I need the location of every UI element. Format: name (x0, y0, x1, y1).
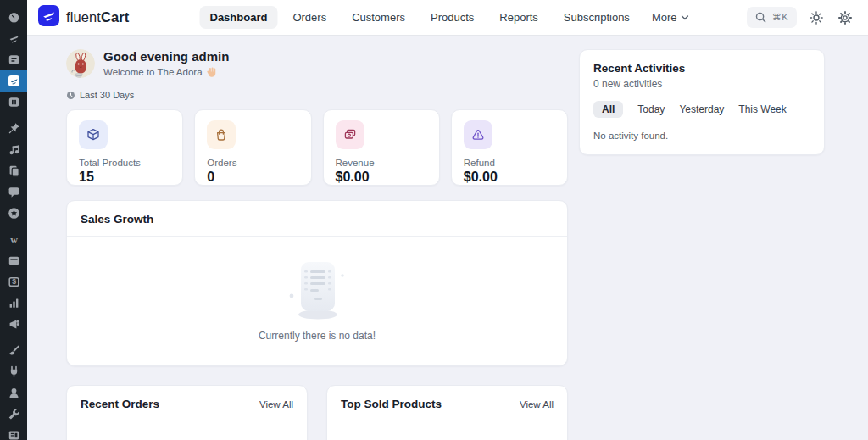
greeting-title: Good evening admin (103, 49, 229, 64)
fluent-crm-icon[interactable] (0, 28, 27, 49)
more-label: More (652, 11, 677, 24)
recent-orders-view-all[interactable]: View All (259, 399, 293, 409)
stat-value: 15 (79, 170, 170, 185)
fluent-forms-icon[interactable] (0, 49, 27, 70)
activities-tab[interactable]: All (593, 101, 623, 118)
dashboard-icon[interactable] (0, 7, 27, 28)
stat-card-revenue: Revenue $0.00 (323, 109, 440, 186)
activities-tab[interactable]: Today (637, 101, 665, 118)
no-data-illustration (280, 259, 354, 323)
theme-toggle-button[interactable] (807, 8, 826, 27)
comments-icon[interactable] (0, 181, 27, 203)
plugin-icon[interactable] (0, 361, 27, 382)
more-menu-button[interactable]: More (645, 6, 696, 29)
mascot-illustration (66, 49, 95, 78)
topnav-item[interactable]: Dashboard (199, 6, 277, 29)
tools-icon[interactable] (0, 404, 27, 425)
media-icon[interactable] (0, 139, 27, 160)
card-icon[interactable] (0, 250, 27, 271)
topnav-item[interactable]: Reports (489, 6, 548, 29)
search-shortcut: ⌘K (772, 12, 788, 23)
dashboard-content: Good evening admin Welcome to The Adora … (27, 36, 868, 440)
top-sold-products-view-all[interactable]: View All (520, 399, 554, 409)
top-sold-products-title: Top Sold Products (341, 398, 442, 410)
users-icon[interactable] (0, 382, 27, 404)
brand-logo[interactable]: fluentCart (38, 5, 129, 30)
stat-label: Revenue (336, 158, 427, 168)
topbar-actions: ⌘K (747, 7, 854, 28)
topnav-item[interactable]: Customers (342, 6, 415, 29)
panel-icon[interactable] (0, 425, 27, 440)
main-column: Good evening admin Welcome to The Adora … (66, 49, 568, 440)
activities-tab[interactable]: This Week (738, 101, 786, 118)
period-filter[interactable]: Last 30 Days (66, 90, 134, 100)
activities-tab-label: Yesterday (679, 103, 724, 115)
megaphone-icon[interactable] (0, 314, 27, 335)
stat-card-total-products: Total Products 15 (66, 109, 183, 186)
stat-label: Total Products (79, 158, 170, 168)
payments-icon[interactable]: $ (0, 271, 27, 292)
topnav-item-label: Customers (352, 11, 405, 24)
topnav-item-label: Subscriptions (564, 11, 630, 24)
recent-orders-body (67, 421, 307, 440)
search-icon (755, 12, 766, 23)
stat-label: Orders (207, 158, 298, 168)
sales-growth-empty-state: Currently there is no data! (67, 237, 567, 364)
fluent-support-icon[interactable] (0, 92, 27, 113)
topnav-item-label: Dashboard (209, 11, 267, 24)
brand-name: fluentCart (66, 9, 129, 25)
recent-orders-card: Recent Orders View All (66, 385, 308, 440)
stat-value: $0.00 (336, 170, 427, 185)
svg-text:$: $ (12, 277, 16, 286)
welcome-text: Welcome to The Adora (103, 66, 203, 78)
recent-activities-title: Recent Activities (593, 62, 810, 75)
pin-icon[interactable] (0, 118, 27, 139)
activities-tab[interactable]: Yesterday (679, 101, 724, 118)
topnav-item-label: Products (431, 11, 474, 24)
sun-icon (810, 11, 823, 25)
settings-button[interactable] (836, 8, 854, 27)
fluent-cart-icon[interactable] (0, 70, 27, 92)
sales-growth-title: Sales Growth (81, 213, 554, 226)
top-sold-products-card: Top Sold Products View All (326, 385, 568, 440)
recent-activities-subtitle: 0 new activities (593, 78, 810, 90)
period-label: Last 30 Days (80, 90, 134, 100)
topnav-item[interactable]: Subscriptions (554, 6, 640, 29)
top-sold-products-body (327, 421, 567, 440)
box-icon (79, 120, 108, 149)
no-activity-text: No activity found. (593, 131, 810, 141)
sales-growth-card: Sales Growth Currently there is no data! (66, 200, 568, 366)
brush-icon[interactable] (0, 340, 27, 361)
clock-icon (66, 91, 75, 100)
bottom-cards-row: Recent Orders View All Top Sold Products… (66, 385, 568, 440)
analytics-icon[interactable] (0, 292, 27, 314)
stats-row: Total Products 15 Orders 0 Revenue $0.00 (66, 109, 568, 186)
top-navigation: Dashboard Orders Customers Products Repo… (199, 6, 695, 29)
topnav-item-label: Reports (499, 11, 538, 24)
star-circle-icon[interactable] (0, 203, 27, 224)
activities-tabs: All Today Yesterday This Week (593, 101, 810, 118)
stat-card-orders: Orders 0 (194, 109, 311, 186)
svg-text:w: w (10, 234, 18, 246)
greeting: Good evening admin Welcome to The Adora (66, 49, 568, 78)
topnav-item[interactable]: Orders (282, 6, 337, 29)
stat-label: Refund (464, 158, 555, 168)
bag-icon (207, 120, 236, 149)
alert-triangle-icon (464, 120, 492, 149)
pages-icon[interactable] (0, 160, 27, 181)
avatar (66, 49, 95, 78)
topbar: fluentCart Dashboard Orders Customers Pr… (27, 0, 868, 36)
recent-orders-title: Recent Orders (81, 398, 159, 410)
topnav-item[interactable]: Products (420, 6, 484, 29)
activities-tab-label: All (602, 103, 615, 115)
chevron-down-icon (682, 15, 689, 20)
stat-card-refund: Refund $0.00 (451, 109, 568, 186)
fluentcart-dashboard-page: w $ (0, 0, 868, 440)
greeting-subtitle: Welcome to The Adora (103, 66, 229, 78)
fluentcart-logo-icon (38, 5, 59, 30)
recent-activities-panel: Recent Activities 0 new activities All T… (579, 49, 825, 155)
search-button[interactable]: ⌘K (747, 7, 797, 28)
activities-tab-label: Today (637, 103, 665, 115)
wave-emoji-icon (206, 67, 216, 77)
w-logo-icon[interactable]: w (0, 229, 27, 250)
